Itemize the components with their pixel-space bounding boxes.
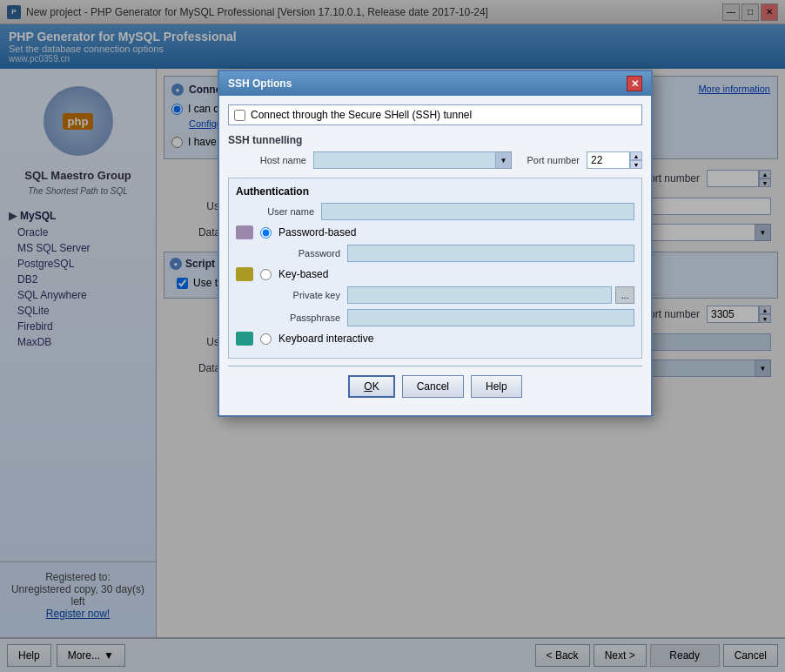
auth-username-label: User name bbox=[236, 206, 314, 217]
ssh-dialog-close-button[interactable]: ✕ bbox=[627, 76, 642, 91]
private-key-label: Private key bbox=[262, 290, 340, 300]
password-field-row: Password bbox=[262, 245, 634, 262]
ssh-port-down-btn[interactable]: ▼ bbox=[630, 160, 642, 169]
ssh-port-label: Port number bbox=[519, 155, 580, 165]
dialog-cancel-button[interactable]: Cancel bbox=[402, 375, 464, 398]
ssh-dialog: SSH Options ✕ Connect through the Secure… bbox=[218, 70, 653, 417]
ssh-host-input[interactable] bbox=[313, 151, 496, 169]
ssh-host-dropdown-icon[interactable]: ▼ bbox=[496, 151, 512, 169]
key-based-label: Key-based bbox=[278, 268, 328, 280]
keyboard-icon bbox=[236, 332, 253, 346]
ssh-tunnelling-title: SSH tunnelling bbox=[228, 134, 642, 146]
password-based-row: Password-based bbox=[236, 225, 634, 239]
passphrase-row: Passphrase bbox=[262, 309, 634, 326]
ssh-dialog-title: SSH Options bbox=[228, 77, 292, 90]
keyboard-interactive-label: Keyboard interactive bbox=[278, 333, 373, 345]
passphrase-input[interactable] bbox=[347, 309, 634, 326]
ssh-dialog-titlebar: SSH Options ✕ bbox=[219, 71, 651, 96]
connect-tunnel-row[interactable]: Connect through the Secure SHell (SSH) t… bbox=[228, 104, 642, 125]
keyboard-interactive-row: Keyboard interactive bbox=[236, 332, 634, 346]
dialog-buttons: OK Cancel Help bbox=[228, 366, 642, 407]
key-based-row: Key-based bbox=[236, 267, 634, 281]
private-key-row: Private key ... bbox=[262, 286, 634, 304]
auth-username-row: User name bbox=[236, 203, 634, 220]
auth-title: Authentication bbox=[236, 185, 634, 198]
ssh-port-input[interactable] bbox=[587, 151, 630, 169]
password-label: Password bbox=[262, 248, 340, 259]
ssh-host-label: Host name bbox=[228, 155, 306, 165]
ssh-tunnelling-section: SSH tunnelling Host name ▼ Port number ▲… bbox=[228, 134, 642, 169]
password-based-label: Password-based bbox=[278, 226, 356, 239]
ok-button[interactable]: OK bbox=[348, 375, 394, 398]
ssh-dialog-content: Connect through the Secure SHell (SSH) t… bbox=[219, 96, 651, 415]
keyboard-interactive-radio[interactable] bbox=[260, 333, 272, 345]
dialog-help-button[interactable]: Help bbox=[471, 375, 522, 398]
ssh-port-spinner[interactable]: ▲ ▼ bbox=[630, 151, 642, 169]
authentication-section: Authentication User name Password-based … bbox=[228, 178, 642, 359]
ssh-host-row: Host name ▼ Port number ▲ ▼ bbox=[228, 151, 642, 169]
ok-label: OK bbox=[364, 380, 379, 393]
password-icon bbox=[236, 225, 253, 239]
connect-tunnel-label: Connect through the Secure SHell (SSH) t… bbox=[251, 109, 472, 121]
key-based-radio[interactable] bbox=[260, 269, 272, 280]
browse-button[interactable]: ... bbox=[615, 286, 634, 304]
auth-username-input[interactable] bbox=[321, 203, 634, 220]
private-key-input[interactable] bbox=[347, 286, 612, 304]
password-based-radio[interactable] bbox=[260, 227, 272, 239]
ssh-port-up-btn[interactable]: ▲ bbox=[630, 151, 642, 160]
passphrase-label: Passphrase bbox=[262, 312, 340, 323]
modal-overlay: SSH Options ✕ Connect through the Secure… bbox=[0, 0, 785, 672]
password-input[interactable] bbox=[347, 245, 634, 262]
connect-tunnel-checkbox[interactable] bbox=[234, 110, 245, 121]
key-icon bbox=[236, 267, 253, 281]
